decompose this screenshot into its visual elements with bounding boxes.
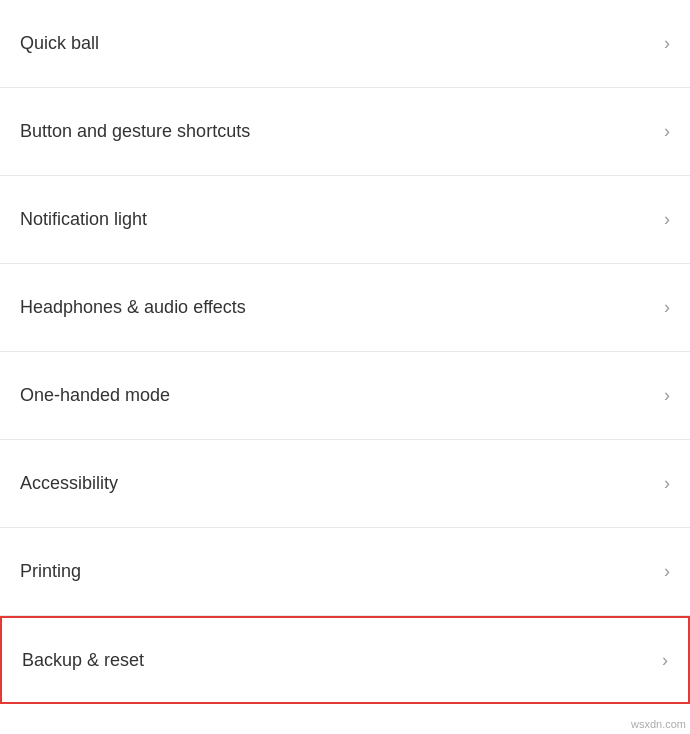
settings-item-headphones-audio-effects[interactable]: Headphones & audio effects› (0, 264, 690, 352)
settings-item-label-accessibility: Accessibility (20, 473, 118, 494)
chevron-right-icon: › (664, 297, 670, 318)
settings-item-notification-light[interactable]: Notification light› (0, 176, 690, 264)
settings-item-label-backup-reset: Backup & reset (22, 650, 144, 671)
settings-item-button-gesture-shortcuts[interactable]: Button and gesture shortcuts› (0, 88, 690, 176)
settings-item-one-handed-mode[interactable]: One-handed mode› (0, 352, 690, 440)
chevron-right-icon: › (664, 385, 670, 406)
settings-item-printing[interactable]: Printing› (0, 528, 690, 616)
settings-list: Quick ball›Button and gesture shortcuts›… (0, 0, 690, 734)
settings-item-label-headphones-audio-effects: Headphones & audio effects (20, 297, 246, 318)
watermark: wsxdn.com (631, 718, 686, 730)
settings-item-label-printing: Printing (20, 561, 81, 582)
settings-item-label-button-gesture-shortcuts: Button and gesture shortcuts (20, 121, 250, 142)
chevron-right-icon: › (664, 33, 670, 54)
settings-item-label-quick-ball: Quick ball (20, 33, 99, 54)
chevron-right-icon: › (664, 121, 670, 142)
settings-item-mi-mover[interactable]: Mi Mover› (0, 704, 690, 734)
settings-item-backup-reset[interactable]: Backup & reset› (0, 616, 690, 704)
settings-item-label-notification-light: Notification light (20, 209, 147, 230)
settings-item-quick-ball[interactable]: Quick ball› (0, 0, 690, 88)
chevron-right-icon: › (664, 209, 670, 230)
settings-item-label-one-handed-mode: One-handed mode (20, 385, 170, 406)
chevron-right-icon: › (664, 561, 670, 582)
settings-item-accessibility[interactable]: Accessibility› (0, 440, 690, 528)
chevron-right-icon: › (664, 473, 670, 494)
chevron-right-icon: › (662, 650, 668, 671)
